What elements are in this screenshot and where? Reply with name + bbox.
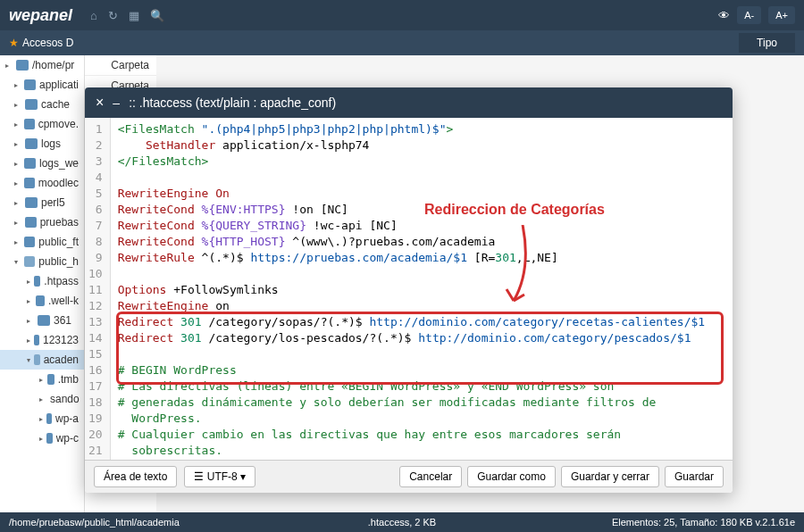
code-line[interactable]: # Las directivas (líneas) entre «BEGIN W… (118, 378, 725, 395)
tree-item[interactable]: ▸123123 (0, 330, 84, 350)
folder-icon (24, 256, 35, 267)
code-line[interactable]: # BEGIN WordPress (118, 362, 725, 378)
code-line[interactable]: Redirect 301 /category/sopas/?(.*)$ http… (118, 314, 725, 330)
status-info: Elementos: 25, Tamaño: 180 KB v.2.1.61e (612, 517, 795, 528)
tree-label: wp-a (55, 412, 79, 425)
code-line[interactable]: RewriteEngine On (118, 186, 725, 202)
tree-item[interactable]: ▸361 (0, 311, 84, 330)
tree-item[interactable]: ▾acaden (0, 350, 84, 370)
folder-icon (46, 413, 52, 424)
tree-label: applicati (39, 79, 79, 91)
code-editor[interactable]: Redireccion de Categorías 12345678910111… (85, 118, 733, 460)
close-icon[interactable]: × (96, 95, 104, 111)
folder-icon (46, 433, 53, 444)
eye-icon[interactable]: 👁 (718, 9, 730, 22)
folder-icon (36, 295, 45, 306)
code-line[interactable] (118, 266, 725, 282)
tree-label: 123123 (43, 334, 79, 346)
tree-label: /home/pr (32, 59, 74, 71)
textarea-toggle[interactable]: Área de texto (94, 466, 177, 487)
tree-label: .tmb (58, 373, 79, 386)
tree-label: perl5 (41, 196, 65, 209)
tree-item[interactable]: ▾public_h (0, 252, 84, 271)
save-as-button[interactable]: Guardar como (467, 466, 556, 487)
tree-item[interactable]: ▸wp-c (0, 428, 84, 448)
modal-footer: Área de texto ☰ UTF-8 ▾ Cancelar Guardar… (85, 460, 733, 493)
tree-item[interactable]: ▸cache (0, 95, 84, 114)
folder-icon (25, 99, 38, 110)
code-line[interactable]: SetHandler application/x-lsphp74 (118, 137, 725, 154)
code-line[interactable]: # Cualquier cambio en las directivas que… (118, 427, 725, 459)
tree-label: cache (41, 98, 70, 111)
folder-icon (34, 335, 39, 345)
encoding-select[interactable]: ☰ UTF-8 ▾ (184, 466, 255, 487)
code-line[interactable]: # generadas dinámicamente y solo debería… (118, 395, 725, 427)
tree-label: sando (50, 393, 80, 405)
folder-icon (24, 178, 35, 188)
toolbar-icons: ⌂ ↻ ▦ 🔍 (90, 9, 164, 22)
code-line[interactable]: RewriteCond %{HTTP_HOST} ^(www\.)?prueba… (118, 234, 725, 250)
code-line[interactable] (118, 170, 725, 186)
tree-item[interactable]: ▸.well-k (0, 291, 84, 311)
tree-label: pruebas (40, 216, 79, 229)
folder-icon (16, 60, 29, 71)
tree-label: public_h (38, 255, 79, 268)
star-icon[interactable]: ★ (9, 37, 19, 49)
folder-icon (25, 197, 38, 208)
font-decrease-button[interactable]: A- (737, 6, 761, 24)
tree-item[interactable]: ▸/home/pr (0, 55, 84, 75)
tree-item[interactable]: ▸.htpass (0, 271, 84, 291)
tree-label: cpmove. (38, 118, 79, 130)
save-button[interactable]: Guardar (665, 466, 724, 487)
refresh-icon[interactable]: ↻ (108, 9, 118, 22)
code-line[interactable]: RewriteRule ^(.*)$ https://pruebas.com/a… (118, 250, 725, 266)
tree-label: .well-k (48, 295, 79, 307)
file-tree: ▸/home/pr▸applicati▸cache▸cpmove.▸logs▸l… (0, 55, 85, 532)
folder-icon (34, 276, 40, 287)
font-increase-button[interactable]: A+ (768, 6, 795, 24)
tree-item[interactable]: ▸pruebas (0, 212, 84, 232)
code-line[interactable] (118, 346, 725, 362)
tree-label: moodlec (38, 177, 79, 189)
tree-label: public_ft (38, 236, 79, 248)
code-line[interactable]: </FilesMatch> (118, 154, 725, 170)
home-icon[interactable]: ⌂ (90, 9, 97, 22)
code-line[interactable]: Redirect 301 /category/los-pescados/?(.*… (118, 330, 725, 346)
status-file: .htaccess, 2 KB (368, 517, 436, 528)
tree-item[interactable]: ▸.tmb (0, 370, 84, 389)
folder-icon (34, 354, 40, 365)
tree-item[interactable]: ▸logs_we (0, 154, 84, 173)
tree-item[interactable]: ▸perl5 (0, 193, 84, 212)
editor-modal: × – :: .htaccess (text/plain : apache_co… (85, 87, 733, 493)
folder-icon (24, 158, 36, 169)
save-close-button[interactable]: Guardar y cerrar (561, 466, 659, 487)
topbar: wepanel ⌂ ↻ ▦ 🔍 👁 A- A+ (0, 0, 804, 30)
modal-titlebar: × – :: .htaccess (text/plain : apache_co… (85, 87, 733, 118)
status-bar: /home/pruebasw/public_html/academia .hta… (0, 512, 804, 532)
code-line[interactable]: Options +FollowSymlinks (118, 282, 725, 298)
code-content[interactable]: <FilesMatch ".(php4|php5|php3|php2|php|p… (111, 118, 733, 460)
tree-item[interactable]: ▸wp-a (0, 409, 84, 428)
tree-item[interactable]: ▸sando (0, 389, 84, 409)
code-line[interactable]: RewriteCond %{QUERY_STRING} !wc-api [NC] (118, 218, 725, 234)
column-header-type[interactable]: Tipo (739, 33, 795, 53)
tree-item[interactable]: ▸applicati (0, 75, 84, 95)
tree-item[interactable]: ▸cpmove. (0, 114, 84, 134)
tree-label: logs (41, 137, 61, 150)
minimize-icon[interactable]: – (113, 96, 120, 110)
status-path: /home/pruebasw/public_html/academia (9, 517, 180, 528)
code-line[interactable]: RewriteEngine on (118, 298, 725, 314)
tree-item[interactable]: ▸public_ft (0, 232, 84, 252)
cancel-button[interactable]: Cancelar (399, 466, 462, 487)
search-icon[interactable]: 🔍 (150, 9, 164, 22)
code-line[interactable]: <IfModule mod_rewrite.c> (118, 459, 725, 460)
code-line[interactable]: <FilesMatch ".(php4|php5|php3|php2|php|p… (118, 121, 725, 137)
brand-logo: wepanel (9, 6, 72, 25)
tree-item[interactable]: ▸logs (0, 134, 84, 154)
code-line[interactable]: RewriteCond %{ENV:HTTPS} !on [NC] (118, 202, 725, 218)
annotation-label: Redireccion de Categorías (424, 202, 605, 218)
tree-item[interactable]: ▸moodlec (0, 173, 84, 193)
folder-icon (25, 138, 38, 149)
tree-label: logs_we (39, 157, 79, 170)
grid-icon[interactable]: ▦ (129, 9, 139, 22)
